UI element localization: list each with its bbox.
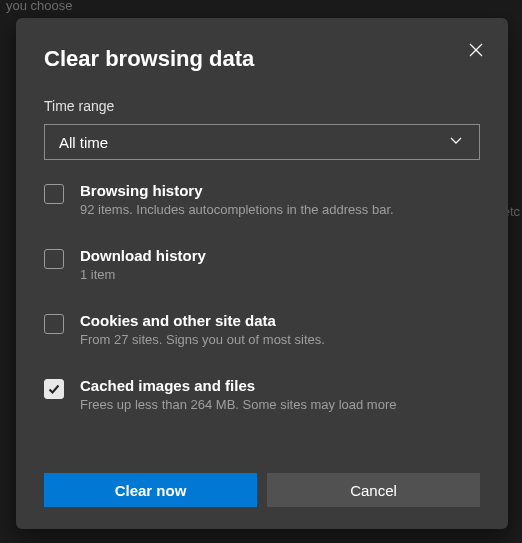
close-button[interactable] [466,40,486,60]
option-text: Cookies and other site dataFrom 27 sites… [80,312,484,349]
option-checkbox[interactable] [44,184,64,204]
time-range-select[interactable]: All time [44,124,480,160]
option-checkbox[interactable] [44,379,64,399]
option-row: Cookies and other site dataFrom 27 sites… [44,312,484,349]
dialog-title: Clear browsing data [44,46,254,72]
chevron-down-icon [447,131,465,153]
close-icon [468,42,484,58]
dialog-footer: Clear now Cancel [16,459,508,529]
options-list: Browsing history92 items. Includes autoc… [44,182,498,459]
option-row: Cached images and filesFrees up less tha… [44,377,484,414]
check-icon [47,382,61,396]
option-checkbox[interactable] [44,249,64,269]
bg-hint-top: you choose [6,0,73,13]
option-checkbox[interactable] [44,314,64,334]
clear-now-button[interactable]: Clear now [44,473,257,507]
dialog-header: Clear browsing data [16,18,508,72]
option-desc: 1 item [80,267,484,284]
clear-browsing-data-dialog: Clear browsing data Time range All time … [16,18,508,529]
option-row: Download history1 item [44,247,484,284]
option-text: Download history1 item [80,247,484,284]
option-row: Browsing history92 items. Includes autoc… [44,182,484,219]
option-desc: Frees up less than 264 MB. Some sites ma… [80,397,484,414]
time-range-value: All time [59,134,108,151]
option-title: Cookies and other site data [80,312,484,329]
option-desc: 92 items. Includes autocompletions in th… [80,202,484,219]
option-text: Browsing history92 items. Includes autoc… [80,182,484,219]
cancel-button[interactable]: Cancel [267,473,480,507]
time-range-label: Time range [16,72,508,124]
option-text: Cached images and filesFrees up less tha… [80,377,484,414]
option-title: Cached images and files [80,377,484,394]
option-title: Download history [80,247,484,264]
option-title: Browsing history [80,182,484,199]
option-desc: From 27 sites. Signs you out of most sit… [80,332,484,349]
